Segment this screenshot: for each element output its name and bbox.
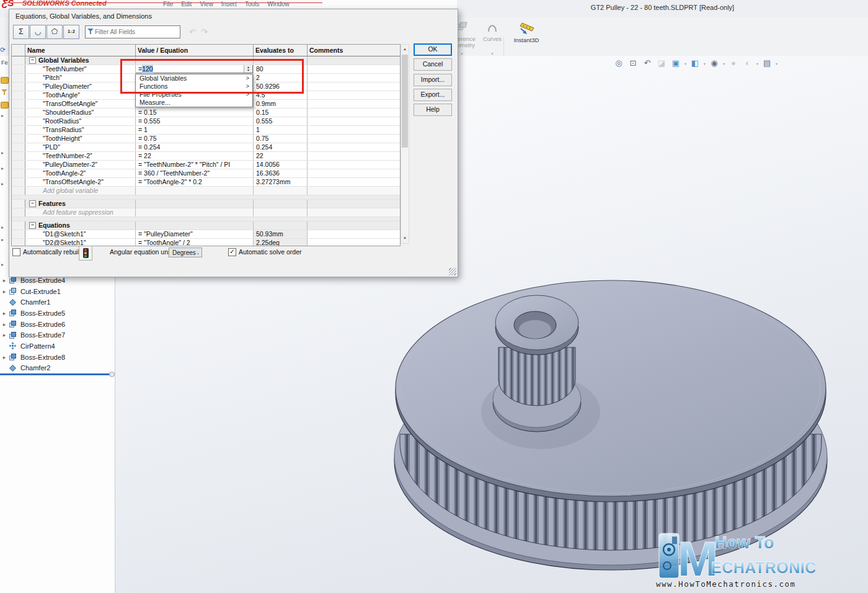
feature-label: Boss-Extrude7 — [20, 331, 65, 339]
scroll-up-arrow[interactable]: ▲ — [401, 45, 409, 54]
curves-icon — [481, 20, 503, 35]
tree-expand-arrow[interactable]: ▸ — [1, 262, 4, 267]
feature-tree-item-boss-extrude6[interactable]: ▸Boss-Extrude6 — [0, 319, 114, 330]
filter-field[interactable] — [85, 25, 180, 38]
ordered-view-button[interactable]: 1↓2 — [63, 25, 79, 39]
feature-tree-item-chamfer1[interactable]: Chamfer1 — [0, 296, 114, 308]
feature-tree-item-chamfer2[interactable]: Chamfer2 — [0, 363, 114, 374]
curves-button[interactable]: Curves ▼ — [481, 20, 503, 42]
scroll-down-arrow[interactable]: ▼ — [401, 234, 409, 243]
cut-extrude-icon — [9, 287, 18, 295]
table-row[interactable]: −Features — [12, 200, 400, 208]
boss-extrude-icon — [9, 276, 18, 284]
column-header-value: Value / Equation — [136, 45, 254, 56]
table-row[interactable]: "TransRadius"= 11 — [12, 126, 400, 135]
watermark-line1: How To — [715, 533, 774, 552]
dialog-resize-grip[interactable] — [449, 268, 456, 275]
watermark-url: www.HowToMechatronics.com — [656, 579, 817, 589]
table-row[interactable]: "TransOffsetAngle-2"= "ToothAngle-2" * 0… — [12, 178, 400, 187]
dimension-view-button[interactable]: ⬠ — [46, 25, 63, 39]
feature-label: Boss-Extrude4 — [20, 277, 65, 284]
rollback-handle[interactable] — [109, 372, 115, 377]
ok-button[interactable]: OK — [414, 43, 452, 56]
menu-view[interactable]: View — [200, 1, 213, 7]
tree-expand-arrow[interactable]: ▸ — [0, 332, 9, 338]
solidworks-logo-icon: ƸS — [2, 0, 14, 8]
solidworks-app: GT2 Pulley - 22 - 80 teeth.SLDPRT [Read-… — [0, 0, 868, 593]
instant3d-icon — [507, 21, 546, 36]
angular-units-label: Angular equation units: — [110, 248, 176, 256]
cancel-button[interactable]: Cancel — [414, 58, 452, 71]
table-row[interactable]: "D2@Sketch1"= "ToothAngle" / 22.25deg — [12, 239, 400, 246]
menu-window[interactable]: Window — [267, 1, 290, 7]
traffic-light-icon — [83, 248, 89, 258]
feature-label: Chamfer2 — [20, 364, 50, 372]
context-menu-item[interactable]: Measure... — [136, 99, 252, 107]
circular-pattern-icon — [9, 342, 18, 350]
help-button[interactable]: Help — [414, 104, 452, 116]
tree-expand-arrow[interactable]: ▸ — [1, 113, 4, 118]
automatically-rebuild-checkbox[interactable] — [12, 248, 20, 256]
document-title: GT2 Pulley - 22 - 80 teeth.SLDPRT [Read-… — [457, 4, 868, 11]
menu-file[interactable]: File — [163, 1, 173, 7]
menu-insert[interactable]: Insert — [221, 1, 237, 7]
table-row[interactable]: "ToothAngle-2"= 360 / "TeethNumber-2"16.… — [12, 169, 400, 178]
import-button[interactable]: Import... — [414, 74, 452, 86]
tree-expand-arrow[interactable]: ▸ — [1, 225, 4, 230]
equation-view-button[interactable]: Σ — [13, 25, 29, 39]
feature-tree-item-boss-extrude5[interactable]: ▸Boss-Extrude5 — [0, 308, 114, 319]
filter-input[interactable] — [94, 28, 169, 36]
feature-tree-item-cut-extrude1[interactable]: ▸Cut-Extrude1 — [0, 286, 114, 297]
table-row[interactable]: "PLD"= 0.2540.254 — [12, 143, 400, 152]
tree-expand-arrow[interactable]: ▸ — [1, 181, 4, 187]
feature-tree-item-cirpattern4[interactable]: CirPattern4 — [0, 341, 114, 352]
pulley-top-flange[interactable] — [396, 280, 826, 496]
instant3d-button[interactable]: Instant3D — [507, 21, 546, 43]
menu-tools[interactable]: Tools — [245, 1, 259, 7]
table-row[interactable]: "D1@Sketch1"= "PulleyDiameter"50.93mm — [12, 230, 400, 239]
menu-edit[interactable]: Edit — [181, 1, 192, 7]
tree-expand-arrow[interactable]: ▸ — [0, 288, 9, 295]
chevron-down-icon: ⌄ — [196, 248, 200, 257]
export-button[interactable]: Export... — [414, 89, 452, 101]
rollback-bar[interactable] — [0, 373, 113, 375]
annotation-highlight-box — [120, 59, 304, 94]
feature-label: Boss-Extrude6 — [20, 321, 65, 328]
folder-icon — [1, 102, 9, 109]
feature-tree-sliver: ⟳ Fe ▸ ▸ ▸ ▸ ▸ ▸ ▸ — [0, 56, 9, 277]
tree-expand-arrow[interactable]: ▸ — [1, 237, 4, 243]
menu-bar: ƸS SOLIDWORKS Connected FileEditViewInse… — [0, 0, 457, 9]
tree-expand-arrow[interactable]: ▸ — [1, 150, 4, 156]
dialog-title: Equations, Global Variables, and Dimensi… — [16, 12, 152, 20]
table-row[interactable]: "RootRadius"= 0.5550.555 — [12, 117, 400, 126]
undo-icon[interactable]: ↶ — [189, 27, 196, 37]
table-row[interactable]: "TeethNumber-2"= 2222 — [12, 152, 400, 161]
table-row[interactable]: "ShoulderRadius"= 0.150.15 — [12, 109, 400, 117]
tree-expand-arrow[interactable]: ▸ — [0, 354, 9, 360]
scroll-thumb[interactable] — [402, 55, 408, 148]
collapse-icon[interactable]: − — [29, 200, 36, 207]
pulley-teeth-22[interactable] — [498, 347, 575, 406]
tree-expand-arrow[interactable]: ▸ — [0, 321, 9, 328]
redo-icon[interactable]: ↷ — [201, 27, 208, 37]
filter-icon — [1, 89, 7, 96]
sketch-equation-view-button[interactable]: ◡ — [30, 25, 46, 39]
table-scrollbar[interactable]: ▲ ▼ — [401, 44, 409, 244]
feature-tree-item-boss-extrude7[interactable]: ▸Boss-Extrude7 — [0, 329, 114, 341]
column-header-name: Name — [25, 45, 136, 56]
table-row[interactable]: Add feature suppression — [12, 208, 400, 217]
tree-expand-arrow[interactable]: ▸ — [0, 310, 9, 316]
tree-expand-arrow[interactable]: ▸ — [0, 277, 9, 283]
tree-expand-arrow[interactable]: ▸ — [1, 166, 4, 171]
collapse-icon[interactable]: − — [29, 57, 36, 64]
automatic-solve-order-checkbox[interactable]: ✓ — [228, 248, 236, 256]
table-row[interactable]: "PulleyDiameter-2"= "TeethNumber-2" * "P… — [12, 161, 400, 169]
table-row[interactable]: −Equations — [12, 221, 400, 230]
equations-dialog: Equations, Global Variables, and Dimensi… — [9, 9, 458, 277]
rebuild-traffic-light-button[interactable] — [79, 246, 92, 261]
angular-units-dropdown[interactable]: Degrees ⌄ — [169, 247, 202, 257]
collapse-icon[interactable]: − — [29, 222, 36, 229]
feature-tree-item-boss-extrude8[interactable]: ▸Boss-Extrude8 — [0, 352, 114, 363]
table-row[interactable]: "ToothHeight"= 0.750.75 — [12, 135, 400, 143]
table-row[interactable]: Add global variable — [12, 187, 400, 195]
